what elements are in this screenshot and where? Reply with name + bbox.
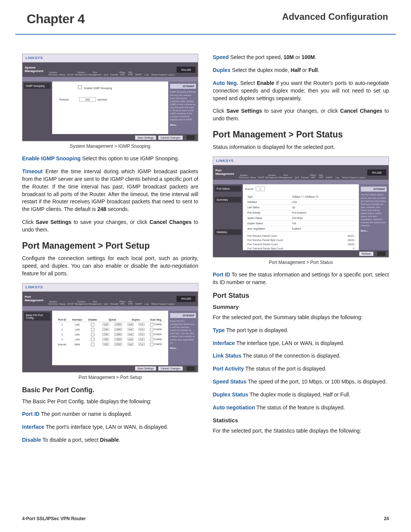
screenshot-igmp: LINKSYS System Management System Summary…	[22, 54, 198, 141]
save-button: Save Settings	[135, 366, 156, 371]
portid-select: 1	[256, 187, 265, 191]
paragraph: Auto Neg. Select Enable if you want the …	[213, 80, 389, 102]
paragraph: Disable To disable a port, select Disabl…	[22, 436, 198, 444]
summary-table: Type10Base-T / 100Base-TX InterfaceLAN L…	[245, 194, 357, 232]
section-label: System Management	[25, 66, 47, 73]
paragraph: Port ID The port number or name is displ…	[22, 411, 198, 418]
paragraph: Duplex Select the duplex mode, Half or F…	[213, 67, 389, 74]
paragraph: The Basic Per Port Config. table display…	[22, 398, 198, 406]
section-heading: Port Management > Port Status	[213, 129, 389, 140]
portid-label: Port ID :	[245, 188, 255, 190]
side-item: Basic Per Port Config.	[24, 312, 51, 321]
port-table: Port IDInterfaceDisableSpeedDuplexAuto N…	[55, 318, 165, 347]
sitemap-link: SITEMAP	[170, 313, 196, 318]
top-nav: System SummarySetupDHCP System Managemen…	[239, 165, 366, 180]
cancel-button: Cancel Changes	[158, 136, 183, 140]
figure-caption: System Management > IGMP Snooping	[22, 144, 198, 149]
paragraph: Speed Status The speed of the port, 10 M…	[213, 378, 389, 386]
cancel-button: Cancel Changes	[158, 366, 183, 371]
paragraph: Link Status The status of the connection…	[213, 352, 389, 360]
paragraph: Duplex Status The duplex mode is display…	[213, 391, 389, 399]
help-text: IGMP Snooping achieves that only the rel…	[170, 90, 196, 121]
screenshot-port-status: LINKSYS Port Management System SummarySe…	[213, 157, 389, 257]
cisco-logo	[186, 135, 195, 140]
save-button: Save Settings	[135, 136, 156, 140]
footer-product: 4-Port SSL/IPSec VPN Router	[22, 516, 86, 521]
footer-page: 24	[384, 516, 389, 521]
help-text: The Port Status allows you to view the s…	[361, 193, 387, 227]
side-item: Port Status	[215, 186, 241, 192]
model-badge: RVL200	[177, 67, 196, 73]
checkbox-label: Enable IGMP Snooping	[84, 87, 112, 89]
header-divider	[15, 34, 396, 35]
cisco-logo	[377, 251, 386, 256]
section-heading: Port Management > Port Setup	[22, 241, 198, 251]
paragraph: Timeout Enter the time interval during w…	[22, 168, 198, 213]
paragraph: Port Activity The status of the port is …	[213, 365, 389, 373]
paragraph: Auto negotiation The status of the featu…	[213, 404, 389, 412]
side-item: Summary	[215, 197, 241, 203]
more-link: More...	[361, 229, 387, 232]
subsection-heading: Port Status	[213, 292, 389, 300]
paragraph: Enable IGMP Snooping Select this option …	[22, 155, 198, 163]
top-nav: System SummarySetupDHCP System Managemen…	[48, 62, 175, 77]
paragraph: Port ID To see the status information an…	[213, 271, 389, 286]
sitemap-link: SITEMAP	[170, 84, 196, 89]
mini-heading: Summary	[213, 304, 389, 310]
side-item: Statistics	[215, 229, 241, 235]
section-label: Port Management	[25, 296, 47, 302]
model-badge: RVL200	[367, 169, 386, 176]
screenshot-port-setup: LINKSYS Port Management System SummarySe…	[22, 283, 198, 372]
top-nav: System SummarySetupDHCP System Managemen…	[48, 292, 175, 306]
paragraph: Click Save Settings to save your changes…	[22, 219, 198, 234]
cisco-logo	[186, 366, 195, 371]
figure-caption: Port Management > Port Status	[213, 260, 389, 265]
section-label: Port Management	[215, 169, 237, 176]
paragraph: Speed Select the port speed, 10M or 100M…	[213, 54, 389, 61]
more-link: More...	[170, 123, 196, 126]
page-title: Advanced Configuration	[282, 11, 388, 22]
brand-label: LINKSYS	[22, 283, 198, 292]
paragraph: Status information is displayed for the …	[213, 144, 389, 151]
timeout-input: 248	[79, 97, 96, 102]
paragraph: Interface The interface type, LAN or WAN…	[213, 340, 389, 347]
paragraph: Interface The port's interface type, LAN…	[22, 423, 198, 431]
more-link: More...	[170, 347, 196, 350]
side-item: IGMP Snooping	[24, 83, 51, 89]
timeout-label: Timeout	[59, 98, 68, 101]
paragraph: Click Save Settings to save your changes…	[213, 107, 389, 123]
paragraph: For the selected port, the Summary table…	[213, 314, 389, 321]
mini-heading: Statistics	[213, 417, 389, 423]
paragraph: Type The port type is displayed.	[213, 327, 389, 334]
brand-label: LINKSYS	[22, 54, 198, 62]
sitemap-link: SITEMAP	[361, 187, 387, 192]
help-text: Basic Per Port configuration allows you …	[170, 320, 196, 344]
paragraph: Configure the connection settings for ea…	[22, 255, 198, 278]
model-badge: RVL200	[177, 296, 196, 302]
chapter-title: Chapter 4	[27, 11, 84, 26]
refresh-button: Refresh	[359, 252, 373, 256]
paragraph: For the selected port, the Statistics ta…	[213, 427, 389, 435]
subsection-heading: Basic Per Port Config.	[22, 386, 198, 394]
figure-caption: Port Management > Port Setup	[22, 375, 198, 380]
brand-label: LINKSYS	[213, 157, 389, 165]
